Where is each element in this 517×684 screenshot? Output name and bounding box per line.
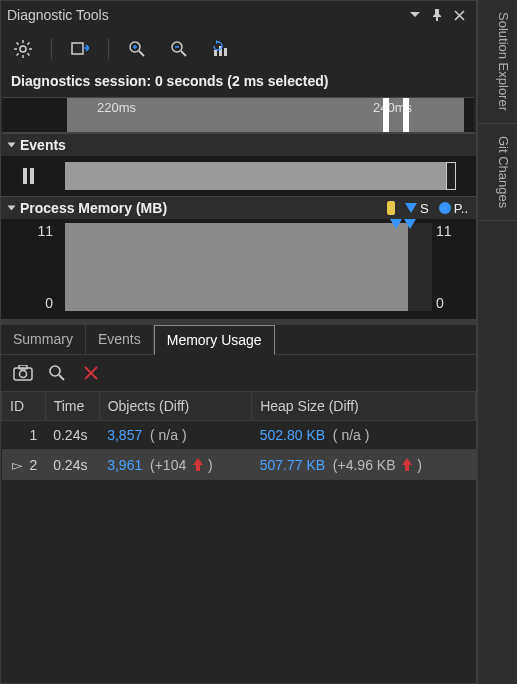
svg-line-5 <box>17 43 19 45</box>
svg-line-6 <box>27 53 29 55</box>
chevron-down-icon <box>8 206 16 211</box>
private-bytes-legend: P.. <box>439 201 468 216</box>
memory-legend: S P.. <box>387 201 468 216</box>
objects-diff: ( n/a ) <box>150 427 187 443</box>
ruler-tick-label: 220ms <box>97 100 136 115</box>
objects-diff: (+104 ) <box>150 457 213 473</box>
pin-button[interactable] <box>426 4 448 26</box>
cell-id: 1 <box>2 421 46 450</box>
events-track <box>1 156 476 196</box>
objects-link[interactable]: 3,857 <box>107 427 142 443</box>
snapshot-legend: S <box>405 201 429 216</box>
timeline-ruler[interactable]: 220ms 240ms <box>3 97 474 133</box>
tab-solution-explorer[interactable]: Solution Explorer <box>478 0 517 124</box>
events-bar <box>65 162 446 190</box>
svg-rect-22 <box>19 365 27 369</box>
col-heap[interactable]: Heap Size (Diff) <box>252 392 476 421</box>
svg-line-8 <box>27 43 29 45</box>
col-time[interactable]: Time <box>45 392 99 421</box>
svg-rect-19 <box>224 48 227 56</box>
cell-id: ▻ 2 <box>2 450 46 480</box>
session-status: Diagnostics session: 0 seconds (2 ms sel… <box>1 69 476 97</box>
close-button[interactable] <box>448 4 470 26</box>
memory-actions <box>1 355 476 391</box>
selection-handle[interactable] <box>383 98 389 132</box>
memory-area <box>65 223 432 311</box>
pause-icon <box>13 168 43 184</box>
col-id[interactable]: ID <box>2 392 46 421</box>
increase-icon <box>190 458 204 472</box>
heap-diff: ( n/a ) <box>333 427 370 443</box>
reset-view-button[interactable] <box>207 35 235 63</box>
svg-point-21 <box>20 371 27 378</box>
detail-tabs: Summary Events Memory Usage <box>1 325 476 355</box>
section-title: Events <box>20 137 66 153</box>
table-row[interactable]: 10.24s3,857 ( n/a )502.80 KB ( n/a ) <box>2 421 476 450</box>
svg-line-15 <box>181 51 186 56</box>
svg-point-0 <box>20 46 26 52</box>
svg-line-24 <box>59 375 64 380</box>
circle-icon <box>439 202 451 214</box>
cell-objects: 3,961 (+104 ) <box>99 450 252 480</box>
svg-point-23 <box>50 366 60 376</box>
tab-memory-usage[interactable]: Memory Usage <box>154 325 275 355</box>
snapshot-icon <box>404 219 416 229</box>
current-row-icon: ▻ <box>10 457 26 473</box>
divider <box>51 38 52 60</box>
cell-time: 0.24s <box>45 450 99 480</box>
gc-marker-icon <box>387 201 395 215</box>
selection-handle[interactable] <box>403 98 409 132</box>
chevron-down-icon <box>8 143 16 148</box>
snapshot-table: ID Time Objects (Diff) Heap Size (Diff) … <box>1 391 476 480</box>
events-marker <box>446 162 456 190</box>
side-tab-well: Solution Explorer Git Changes <box>477 0 517 684</box>
table-row[interactable]: ▻ 20.24s3,961 (+104 )507.77 KB (+4.96 KB… <box>2 450 476 480</box>
increase-icon <box>399 458 413 472</box>
cell-objects: 3,857 ( n/a ) <box>99 421 252 450</box>
divider <box>108 38 109 60</box>
window-options-button[interactable] <box>404 4 426 26</box>
memory-chart: 11 0 11 0 <box>1 219 476 319</box>
section-title: Process Memory (MB) <box>20 200 167 216</box>
zoom-in-button[interactable] <box>123 35 151 63</box>
select-tools-button[interactable] <box>66 35 94 63</box>
snapshot-icon <box>390 219 402 229</box>
search-button[interactable] <box>45 361 69 385</box>
svg-rect-17 <box>214 50 217 56</box>
snapshot-markers <box>390 219 416 229</box>
objects-link[interactable]: 3,961 <box>107 457 142 473</box>
tab-summary[interactable]: Summary <box>1 325 86 354</box>
svg-line-11 <box>139 51 144 56</box>
events-section-header[interactable]: Events <box>1 133 476 156</box>
settings-button[interactable] <box>9 35 37 63</box>
heap-diff: (+4.96 KB ) <box>333 457 422 473</box>
col-objects[interactable]: Objects (Diff) <box>99 392 252 421</box>
delete-button[interactable] <box>79 361 103 385</box>
diagnostic-tools-panel: Diagnostic Tools Diagnostics session: 0 … <box>0 0 477 684</box>
tab-git-changes[interactable]: Git Changes <box>478 124 517 221</box>
memory-section-header[interactable]: Process Memory (MB) S P.. <box>1 196 476 219</box>
heap-link[interactable]: 502.80 KB <box>260 427 325 443</box>
y-axis-left: 11 0 <box>21 223 53 311</box>
svg-rect-9 <box>72 43 83 54</box>
memory-strip <box>408 223 432 311</box>
snapshot-icon <box>405 203 417 213</box>
y-axis-right: 11 0 <box>436 223 468 311</box>
heap-link[interactable]: 507.77 KB <box>260 457 325 473</box>
cell-heap: 502.80 KB ( n/a ) <box>252 421 476 450</box>
cell-time: 0.24s <box>45 421 99 450</box>
zoom-out-button[interactable] <box>165 35 193 63</box>
take-snapshot-button[interactable] <box>11 361 35 385</box>
cell-heap: 507.77 KB (+4.96 KB ) <box>252 450 476 480</box>
toolbar <box>1 29 476 69</box>
tab-events[interactable]: Events <box>86 325 154 354</box>
titlebar: Diagnostic Tools <box>1 1 476 29</box>
svg-line-7 <box>17 53 19 55</box>
panel-title: Diagnostic Tools <box>7 7 404 23</box>
